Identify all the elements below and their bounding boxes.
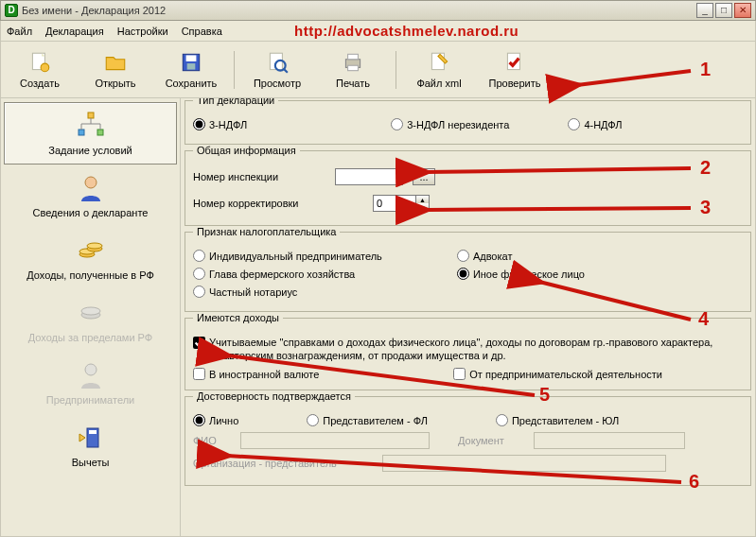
correction-spinner[interactable]: ▲▼ <box>373 195 430 212</box>
radio-farmer[interactable]: Глава фермерского хозяйства <box>193 268 457 280</box>
svg-rect-26 <box>89 430 97 434</box>
correction-input[interactable] <box>373 195 416 212</box>
sidebar-deductions[interactable]: Вычеты <box>4 414 177 476</box>
svg-point-2 <box>41 63 49 72</box>
business-person-icon <box>76 360 106 390</box>
fio-input <box>240 432 430 449</box>
legend-general: Общая информация <box>193 145 300 156</box>
svg-line-8 <box>284 69 288 73</box>
titlebar: D Без имени - Декларация 2012 _ □ ✕ <box>0 0 756 21</box>
radio-3ndfl-nonres[interactable]: 3-НДФЛ нерезидента <box>391 118 509 130</box>
calculator-icon <box>76 423 106 453</box>
menubar: Файл Декларация Настройки Справка http:/… <box>0 21 756 42</box>
check-income-main[interactable]: Учитываемые "справками о доходах физичес… <box>193 336 722 362</box>
spin-down[interactable]: ▼ <box>416 203 429 211</box>
svg-rect-15 <box>79 130 84 135</box>
coins-icon <box>76 235 106 266</box>
svg-rect-10 <box>348 54 359 59</box>
menu-file[interactable]: Файл <box>7 26 32 37</box>
menu-declaration[interactable]: Декларация <box>45 26 104 37</box>
tb-save-label: Сохранить <box>166 78 218 89</box>
group-confirm: Достоверность подтверждается Лично Предс… <box>185 396 751 486</box>
svg-rect-5 <box>187 63 196 70</box>
xml-file-icon <box>427 50 451 75</box>
globe-coins-icon <box>76 298 106 328</box>
menu-settings[interactable]: Настройки <box>117 26 168 37</box>
print-icon <box>341 50 365 75</box>
tb-create[interactable]: Создать <box>7 50 73 89</box>
org-input <box>382 455 666 472</box>
svg-point-17 <box>85 177 97 188</box>
inspection-input[interactable] <box>335 168 403 185</box>
tb-check-label: Проверить <box>488 78 540 89</box>
legend-taxpayer: Признак налогоплательщика <box>193 226 340 237</box>
app-icon: D <box>5 4 18 17</box>
sidebar-income-rf-label: Доходы, полученные в РФ <box>26 269 154 281</box>
toolbar: Создать Открыть Сохранить Просмотр Печат… <box>0 42 756 98</box>
sidebar-income-abroad-label: Доходы за пределами РФ <box>28 332 152 343</box>
person-icon <box>76 173 106 203</box>
sidebar-income-abroad[interactable]: Доходы за пределами РФ <box>4 289 177 352</box>
group-taxpayer: Признак налогоплательщика Индивидуальный… <box>185 232 751 312</box>
radio-rep-ul[interactable]: Представителем - ЮЛ <box>496 414 619 426</box>
sidebar-entrepreneurs[interactable]: Предприниматели <box>4 352 177 414</box>
minimize-button[interactable]: _ <box>696 3 713 18</box>
preview-icon <box>265 50 290 75</box>
tb-xml-label: Файл xml <box>416 78 461 89</box>
svg-rect-4 <box>186 55 197 61</box>
diagram-icon <box>76 111 106 141</box>
doc-label: Документ <box>458 435 524 446</box>
radio-4ndfl[interactable]: 4-НДФЛ <box>568 118 622 130</box>
sidebar-declarant-label: Сведения о декларанте <box>33 207 149 218</box>
inspection-label: Номер инспекции <box>193 171 325 182</box>
radio-3ndfl[interactable]: 3-НДФЛ <box>193 118 247 130</box>
close-button[interactable]: ✕ <box>734 3 751 18</box>
svg-point-23 <box>81 307 100 315</box>
tb-xml[interactable]: Файл xml <box>406 50 472 89</box>
check-income-entr[interactable]: От предпринимательской деятельности <box>453 368 662 380</box>
legend-confirm: Достоверность подтверждается <box>193 390 355 402</box>
legend-type: Тип декларации <box>193 98 278 106</box>
menu-help[interactable]: Справка <box>182 26 222 37</box>
tb-print-label: Печать <box>336 78 370 89</box>
sidebar-conditions[interactable]: Задание условий <box>4 102 177 165</box>
inspection-browse-button[interactable]: ... <box>413 168 435 185</box>
tb-view[interactable]: Просмотр <box>244 50 310 89</box>
check-income-foreign[interactable]: В иностранной валюте <box>193 368 319 380</box>
svg-point-24 <box>85 364 97 375</box>
doc-input <box>534 432 685 449</box>
svg-rect-14 <box>88 113 94 118</box>
svg-rect-11 <box>348 65 359 70</box>
tb-open[interactable]: Открыть <box>82 50 149 89</box>
spin-up[interactable]: ▲ <box>416 196 429 203</box>
radio-other-person[interactable]: Иное физическое лицо <box>457 268 721 280</box>
sidebar-deductions-label: Вычеты <box>72 457 110 468</box>
tb-check[interactable]: Проверить <box>482 50 548 89</box>
group-general: Общая информация Номер инспекции ... Ном… <box>185 150 751 226</box>
tb-create-label: Создать <box>20 78 60 89</box>
radio-rep-fl[interactable]: Представителем - ФЛ <box>307 414 428 426</box>
tb-view-label: Просмотр <box>254 78 301 89</box>
radio-ip[interactable]: Индивидуальный предприниматель <box>193 250 457 262</box>
org-label: Организация - представитель <box>193 458 373 469</box>
overlay-url: http://advocatshmelev.narod.ru <box>294 23 519 39</box>
correction-label: Номер корректировки <box>193 198 363 209</box>
tb-save[interactable]: Сохранить <box>158 50 224 89</box>
maximize-button[interactable]: □ <box>715 3 732 18</box>
tb-print[interactable]: Печать <box>320 50 386 89</box>
radio-advocate[interactable]: Адвокат <box>457 250 721 262</box>
open-folder-icon <box>103 50 128 75</box>
group-declaration-type: Тип декларации 3-НДФЛ 3-НДФЛ нерезидента… <box>185 100 751 145</box>
tb-open-label: Открыть <box>95 78 135 89</box>
sidebar-entrepreneurs-label: Предприниматели <box>46 394 134 406</box>
group-income: Имеются доходы Учитываемые "справками о … <box>185 318 751 390</box>
sidebar-conditions-label: Задание условий <box>48 145 132 156</box>
fio-label: ФИО <box>193 435 231 446</box>
window-title: Без имени - Декларация 2012 <box>22 5 694 16</box>
legend-income: Имеются доходы <box>193 312 283 323</box>
sidebar-declarant[interactable]: Сведения о декларанте <box>4 165 177 227</box>
sidebar-income-rf[interactable]: Доходы, полученные в РФ <box>4 227 177 289</box>
radio-self[interactable]: Лично <box>193 414 238 426</box>
new-file-icon <box>27 50 52 75</box>
radio-notary[interactable]: Частный нотариус <box>193 286 457 298</box>
